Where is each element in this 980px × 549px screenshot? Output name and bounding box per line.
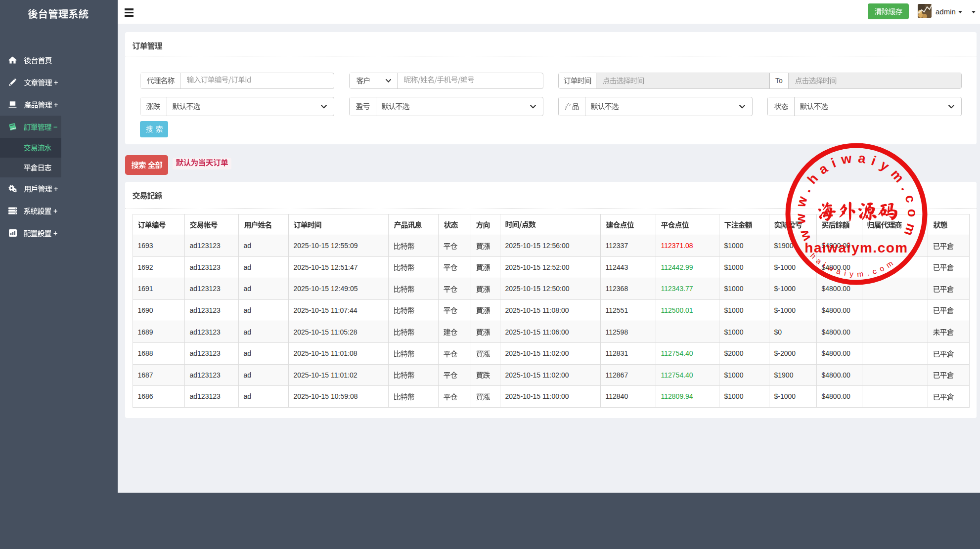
svg-text:haiwaiym.com: haiwaiym.com: [804, 240, 908, 255]
